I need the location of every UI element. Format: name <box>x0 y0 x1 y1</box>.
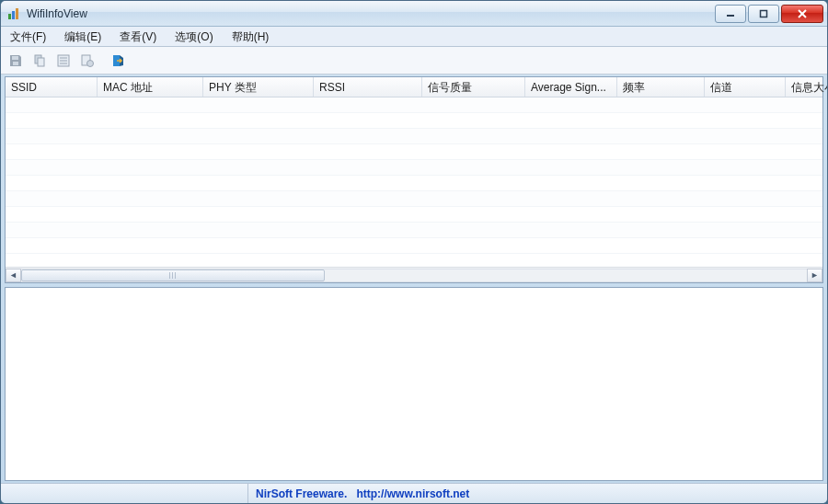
list-header: SSIDMAC 地址PHY 类型RSSI信号质量Average Sign...频… <box>6 77 822 97</box>
svg-rect-1 <box>12 11 15 19</box>
list-row[interactable] <box>6 223 822 238</box>
menubar: 文件(F) 编辑(E) 查看(V) 选项(O) 帮助(H) <box>1 27 827 47</box>
maximize-button[interactable] <box>748 5 779 23</box>
column-header[interactable]: 信息大小 <box>786 77 828 97</box>
scroll-left-button[interactable]: ◄ <box>6 269 21 282</box>
column-header[interactable]: RSSI <box>314 77 422 97</box>
toolbar <box>1 47 827 74</box>
close-button[interactable] <box>781 5 823 23</box>
wifi-list[interactable]: SSIDMAC 地址PHY 类型RSSI信号质量Average Sign...频… <box>5 76 823 283</box>
scroll-thumb[interactable] <box>21 269 325 281</box>
window-title: WifiInfoView <box>27 7 715 20</box>
menu-help[interactable]: 帮助(H) <box>223 27 279 46</box>
column-header[interactable]: 信号质量 <box>422 77 525 97</box>
detail-pane[interactable] <box>5 287 823 481</box>
copy-icon[interactable] <box>30 52 49 70</box>
product-label: NirSoft Freeware. <box>256 487 347 500</box>
statusbar: NirSoft Freeware. http://www.nirsoft.net <box>1 483 827 503</box>
options-icon[interactable] <box>78 52 97 70</box>
toolbar-separator <box>102 52 104 70</box>
statusbar-product: NirSoft Freeware. http://www.nirsoft.net <box>247 484 477 503</box>
svg-rect-10 <box>38 58 44 66</box>
list-row[interactable] <box>6 207 822 223</box>
list-row[interactable] <box>6 129 822 144</box>
horizontal-scrollbar[interactable]: ◄ ► <box>6 267 822 282</box>
menu-view[interactable]: 查看(V) <box>110 27 166 46</box>
column-header[interactable]: MAC 地址 <box>98 77 203 97</box>
svg-point-16 <box>87 60 94 66</box>
menu-options[interactable]: 选项(O) <box>166 27 222 46</box>
list-row[interactable] <box>6 113 822 129</box>
scroll-right-button[interactable]: ► <box>807 269 822 282</box>
list-row[interactable] <box>6 97 822 113</box>
list-row[interactable] <box>6 191 822 207</box>
svg-rect-0 <box>8 14 11 19</box>
svg-rect-4 <box>761 10 767 17</box>
list-row[interactable] <box>6 160 822 176</box>
svg-rect-7 <box>12 56 18 60</box>
statusbar-cell-left <box>1 484 247 503</box>
properties-icon[interactable] <box>54 52 73 70</box>
minimize-button[interactable] <box>715 5 746 23</box>
scroll-track[interactable] <box>21 269 807 282</box>
column-header[interactable]: 频率 <box>617 77 705 97</box>
column-header[interactable]: PHY 类型 <box>203 77 314 97</box>
column-header[interactable]: SSID <box>6 77 98 97</box>
save-icon[interactable] <box>6 52 25 70</box>
app-window: WifiInfoView 文件(F) 编辑(E) 查看(V) 选项(O) 帮助(… <box>0 0 828 504</box>
list-row[interactable] <box>6 238 822 254</box>
svg-rect-8 <box>13 62 18 65</box>
product-url[interactable]: http://www.nirsoft.net <box>356 487 469 500</box>
svg-rect-2 <box>16 8 18 19</box>
list-row[interactable] <box>6 176 822 191</box>
app-icon <box>6 6 21 21</box>
window-controls <box>715 5 823 23</box>
titlebar[interactable]: WifiInfoView <box>1 1 827 27</box>
exit-icon[interactable] <box>109 52 128 70</box>
column-header[interactable]: 信道 <box>705 77 786 97</box>
menu-edit[interactable]: 编辑(E) <box>55 27 110 46</box>
menu-file[interactable]: 文件(F) <box>1 27 55 46</box>
list-body[interactable] <box>6 97 822 267</box>
column-header[interactable]: Average Sign... <box>525 77 617 97</box>
list-row[interactable] <box>6 144 822 160</box>
